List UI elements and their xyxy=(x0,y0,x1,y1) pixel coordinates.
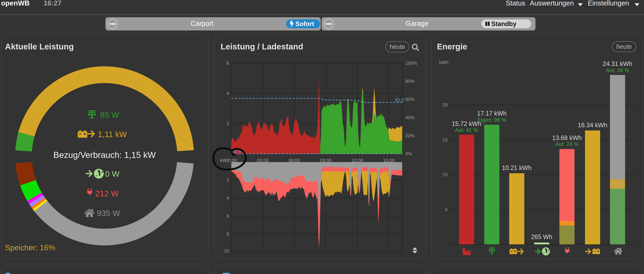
svg-text:24.31 kWh: 24.31 kWh xyxy=(603,60,632,67)
svg-text:Aut: 39 %: Aut: 39 % xyxy=(606,67,629,73)
svg-text:15: 15 xyxy=(442,137,448,143)
svg-text:4: 4 xyxy=(226,91,229,96)
svg-text:6: 6 xyxy=(226,61,229,66)
svg-text:100%: 100% xyxy=(405,61,417,66)
svg-text:60%: 60% xyxy=(405,97,414,102)
svg-text:5: 5 xyxy=(445,207,448,212)
svg-text:16.34 kWh: 16.34 kWh xyxy=(578,121,607,129)
svg-text:Aut: 41 %: Aut: 41 % xyxy=(455,127,478,133)
svg-text:kWh: kWh xyxy=(439,60,448,65)
svg-text:03:00: 03:00 xyxy=(257,158,269,163)
svg-text:6: 6 xyxy=(226,214,229,219)
svg-text:265 Wh: 265 Wh xyxy=(531,233,552,240)
svg-text:09:00: 09:00 xyxy=(320,158,332,163)
svg-text:8: 8 xyxy=(226,231,229,237)
svg-text:12:00: 12:00 xyxy=(352,158,363,163)
svg-text:2: 2 xyxy=(226,121,229,126)
svg-text:20: 20 xyxy=(442,102,448,108)
svg-text:00:00: 00:00 xyxy=(226,158,237,163)
svg-text:2: 2 xyxy=(226,178,229,183)
svg-text:10.21 kWh: 10.21 kWh xyxy=(502,164,532,171)
svg-text:13.68 kWh: 13.68 kWh xyxy=(552,134,582,142)
svg-text:ID.3: ID.3 xyxy=(395,97,404,103)
svg-text:0%: 0% xyxy=(405,151,412,156)
svg-text:20%: 20% xyxy=(405,133,414,138)
svg-text:10: 10 xyxy=(442,172,448,177)
svg-text:10: 10 xyxy=(224,248,229,253)
svg-text:80%: 80% xyxy=(405,79,414,84)
svg-text:15:00: 15:00 xyxy=(383,158,395,163)
svg-text:17.17 kWh: 17.17 kWh xyxy=(477,110,506,117)
svg-text:40%: 40% xyxy=(405,115,414,120)
svg-text:15.72 kWh: 15.72 kWh xyxy=(452,120,481,127)
svg-text:Eigen: 98 %: Eigen: 98 % xyxy=(477,117,506,123)
svg-text:4: 4 xyxy=(226,195,229,201)
svg-text:06:00: 06:00 xyxy=(288,158,300,163)
svg-text:Aut: 24 %: Aut: 24 % xyxy=(556,141,578,147)
